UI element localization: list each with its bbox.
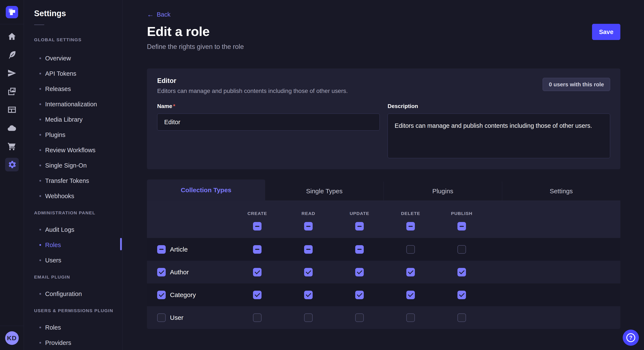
article-update-checkbox[interactable] — [355, 245, 364, 254]
article-delete-checkbox[interactable] — [406, 245, 415, 254]
bullet-dot — [40, 165, 41, 166]
author-create-checkbox[interactable] — [253, 268, 262, 276]
author-publish-checkbox[interactable] — [458, 268, 466, 276]
sidebar-title-underline — [34, 24, 44, 25]
question-mark-icon: ? — [626, 333, 635, 342]
tab-plugins[interactable]: Plugins — [384, 181, 502, 201]
author-row-checkbox[interactable] — [157, 268, 166, 276]
content-feather-icon[interactable] — [5, 48, 19, 62]
user-row-checkbox[interactable] — [157, 313, 166, 322]
author-read-checkbox[interactable] — [304, 268, 313, 276]
column-header-publish: PUBLISH — [436, 211, 487, 216]
sidebar-item-releases[interactable]: Releases — [34, 81, 122, 97]
tab-settings[interactable]: Settings — [502, 181, 620, 201]
page-header: Edit a role Save — [147, 24, 620, 40]
home-icon[interactable] — [5, 30, 19, 43]
role-card-heading: Editor Editors can manage and publish co… — [157, 77, 348, 94]
sidebar-item-transfer-tokens[interactable]: Transfer Tokens — [34, 173, 122, 188]
section-email-plugin: EMAIL PLUGIN — [34, 274, 122, 280]
sidebar-item-up-providers[interactable]: Providers — [34, 335, 122, 350]
user-create-checkbox[interactable] — [253, 313, 262, 322]
select-all-delete-checkbox[interactable] — [406, 222, 415, 230]
media-library-icon[interactable] — [5, 85, 19, 98]
sidebar-scrollbar-thumb[interactable] — [120, 238, 122, 250]
article-read-checkbox[interactable] — [304, 245, 313, 254]
category-update-checkbox[interactable] — [355, 291, 364, 299]
sidebar-item-api-tokens[interactable]: API Tokens — [34, 66, 122, 81]
sidebar-item-single-sign-on[interactable]: Single Sign-On — [34, 158, 122, 173]
article-row-checkbox[interactable] — [157, 245, 166, 254]
sidebar-item-roles[interactable]: Roles — [34, 237, 122, 253]
article-create-checkbox[interactable] — [253, 245, 262, 254]
sidebar-item-plugins[interactable]: Plugins — [34, 127, 122, 143]
bullet-dot — [40, 195, 41, 197]
settings-gear-icon[interactable] — [5, 158, 19, 172]
author-update-checkbox[interactable] — [355, 268, 364, 276]
sidebar-item-internationalization[interactable]: Internationalization — [34, 97, 122, 112]
row-label-author: Author — [170, 269, 189, 276]
role-fields: Name* Description Editors can manage and… — [157, 103, 610, 159]
release-plane-icon[interactable] — [5, 66, 19, 80]
section-global-settings: GLOBAL SETTINGS — [34, 37, 122, 42]
description-textarea[interactable]: Editors can manage and publish contents … — [388, 114, 610, 158]
row-label-article: Article — [170, 246, 188, 253]
back-link[interactable]: ← Back — [147, 11, 170, 18]
category-delete-checkbox[interactable] — [406, 291, 415, 299]
save-button[interactable]: Save — [592, 24, 620, 40]
sidebar-item-review-workflows[interactable]: Review Workflows — [34, 143, 122, 158]
sidebar-item-overview[interactable]: Overview — [34, 51, 122, 66]
sidebar-item-audit-logs[interactable]: Audit Logs — [34, 222, 122, 237]
strapi-logo[interactable] — [6, 6, 18, 18]
article-publish-checkbox[interactable] — [458, 245, 466, 254]
user-avatar[interactable]: KD — [5, 331, 19, 345]
permissions-table-header: CREATE READ UPDATE DELETE PUBLISH — [147, 201, 620, 238]
description-field-group: Description Editors can manage and publi… — [388, 103, 610, 159]
category-publish-checkbox[interactable] — [458, 291, 466, 299]
name-label: Name* — [157, 103, 380, 110]
sidebar-item-webhooks[interactable]: Webhooks — [34, 188, 122, 204]
user-publish-checkbox[interactable] — [458, 313, 466, 322]
bullet-dot — [40, 88, 41, 90]
help-button[interactable]: ? — [623, 330, 639, 346]
select-all-update-checkbox[interactable] — [355, 222, 364, 230]
tab-single-types[interactable]: Single Types — [265, 181, 383, 201]
sidebar-item-up-roles[interactable]: Roles — [34, 320, 122, 335]
role-card-header: Editor Editors can manage and publish co… — [157, 77, 610, 94]
category-row-checkbox[interactable] — [157, 291, 166, 299]
name-input[interactable] — [157, 114, 380, 131]
sidebar-item-users[interactable]: Users — [34, 253, 122, 268]
select-all-row — [147, 222, 620, 230]
permissions-card: Collection Types Single Types Plugins Se… — [147, 179, 620, 329]
sidebar-item-configuration[interactable]: Configuration — [34, 286, 122, 302]
user-update-checkbox[interactable] — [355, 313, 364, 322]
row-label-user: User — [170, 314, 183, 321]
bullet-dot — [40, 229, 41, 230]
role-name-heading: Editor — [157, 77, 348, 85]
select-all-create-checkbox[interactable] — [253, 222, 262, 230]
table-row-article: Article — [147, 238, 620, 261]
sidebar-item-media-library[interactable]: Media Library — [34, 112, 122, 127]
column-labels-row: CREATE READ UPDATE DELETE PUBLISH — [147, 211, 620, 216]
select-all-publish-checkbox[interactable] — [458, 222, 466, 230]
user-read-checkbox[interactable] — [304, 313, 313, 322]
bullet-dot — [40, 180, 41, 181]
main-content: ← Back Edit a role Save Define the right… — [123, 0, 644, 350]
bullet-dot — [40, 73, 41, 74]
select-all-read-checkbox[interactable] — [304, 222, 313, 230]
author-delete-checkbox[interactable] — [406, 268, 415, 276]
table-row-author: Author — [147, 261, 620, 283]
users-permissions-list: Roles Providers — [34, 320, 122, 350]
category-create-checkbox[interactable] — [253, 291, 262, 299]
marketplace-cart-icon[interactable] — [5, 140, 19, 153]
section-administration-panel: ADMINISTRATION PANEL — [34, 210, 122, 216]
user-delete-checkbox[interactable] — [406, 313, 415, 322]
category-read-checkbox[interactable] — [304, 291, 313, 299]
bullet-dot — [40, 57, 41, 59]
cloud-icon[interactable] — [5, 121, 19, 135]
users-with-role-badge[interactable]: 0 users with this role — [543, 78, 610, 91]
rail-footer: KD — [0, 326, 24, 350]
back-arrow-icon: ← — [147, 11, 154, 18]
content-type-builder-icon[interactable] — [5, 103, 19, 117]
bullet-dot — [40, 244, 41, 246]
tab-collection-types[interactable]: Collection Types — [147, 179, 265, 201]
